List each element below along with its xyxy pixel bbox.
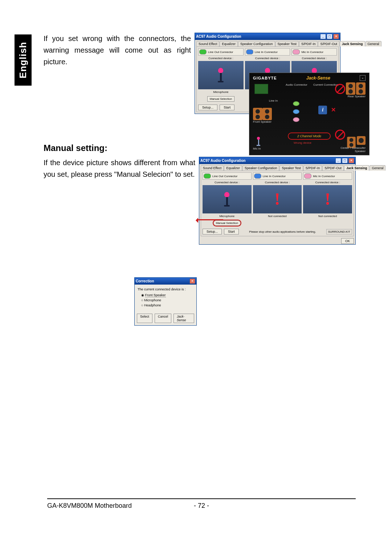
close-icon[interactable]: × xyxy=(348,158,354,163)
jack-sense-title: Jack-Sense xyxy=(306,76,330,81)
line-in-label: Line In Connector xyxy=(263,175,286,178)
tab-speaker-config[interactable]: Speaker Configuration xyxy=(238,41,275,46)
ac97-window-2: AC97 Audio Configuration _ □ × Sound Eff… xyxy=(199,157,356,245)
window-title: AC97 Audio Configuration xyxy=(200,159,246,163)
jack-green-icon xyxy=(199,49,207,54)
jack-pink-icon xyxy=(304,174,311,179)
info-icon[interactable]: i xyxy=(318,106,327,114)
pcb-icon xyxy=(254,84,268,94)
tabs: Sound Effect Equalizer Speaker Configura… xyxy=(195,40,340,46)
tab-speaker-config[interactable]: Speaker Configuration xyxy=(242,165,279,171)
surround-kit-badge: SURROUND-KIT xyxy=(326,229,352,234)
tab-speaker-test[interactable]: Speaker Test xyxy=(279,165,303,171)
connected-label: Connected device : xyxy=(253,181,302,184)
tab-spdif-in[interactable]: S/PDIF-In xyxy=(303,165,322,171)
jack-sense-button[interactable]: Jack-Sense xyxy=(173,314,194,323)
dialog-titlebar: Correction × xyxy=(135,278,196,285)
radio-headphone[interactable]: ○ Headphone xyxy=(141,303,193,307)
jack-pink-icon xyxy=(293,117,299,122)
speaker-icon xyxy=(262,108,272,120)
maximize-icon[interactable]: □ xyxy=(342,158,348,163)
language-tab: English xyxy=(15,34,32,86)
line-in-label: Line In xyxy=(269,99,278,102)
close-icon[interactable]: × xyxy=(333,34,339,39)
gigabyte-logo: GIGABYTE xyxy=(253,76,277,80)
section-wrong-connector: If you set wrong with the connectors, th… xyxy=(44,33,356,114)
correction-dialog: Correction × The current connected devic… xyxy=(134,277,197,326)
warning-icon: ! xyxy=(274,191,280,208)
start-button[interactable]: Start xyxy=(224,229,239,234)
audio-connector-label: Audio Connector xyxy=(286,83,307,86)
arrow-icon xyxy=(198,219,223,220)
device-name: Not connected xyxy=(253,215,302,218)
close-icon[interactable]: × xyxy=(360,75,366,81)
dialog-prompt: The current connected device is : xyxy=(138,287,193,291)
body-text-2: If the device picture shows different fr… xyxy=(44,157,195,180)
jack-green-icon xyxy=(204,174,211,179)
mic-in-label: Mic In Connector xyxy=(301,50,323,54)
device-name: Microphone xyxy=(203,215,252,218)
setup-button[interactable]: Setup... xyxy=(198,105,217,110)
tab-equalizer[interactable]: Equalizer xyxy=(224,165,242,171)
page-footer: GA-K8VM800M Motherboard - 72 - xyxy=(47,498,356,510)
tabs: Sound Effect Equalizer Speaker Configura… xyxy=(199,164,355,171)
start-button[interactable]: Start xyxy=(220,105,234,110)
jack-blue-icon xyxy=(246,49,253,54)
tab-sound-effect[interactable]: Sound Effect xyxy=(196,41,219,46)
line-in-label: Line In Connector xyxy=(255,50,278,54)
jack-pink-icon xyxy=(293,49,300,54)
speaker-icon xyxy=(346,82,355,95)
minimize-icon[interactable]: _ xyxy=(320,34,326,39)
speaker-icon xyxy=(356,82,366,95)
radio-microphone[interactable]: ○ Microphone xyxy=(141,298,193,302)
tab-general[interactable]: General xyxy=(369,165,385,171)
tab-spdif-in[interactable]: S/PDIF-In xyxy=(299,41,318,46)
current-connection-label: Current Connection xyxy=(313,83,338,86)
mic-in-label: Mic In Connector xyxy=(313,175,335,178)
manual-selection-button[interactable]: Manual Selection xyxy=(207,96,234,102)
manual-selection-button[interactable]: Manual Selection xyxy=(213,220,241,226)
window-titlebar: AC97 Audio Configuration _ □ × xyxy=(195,33,340,40)
window-title: AC97 Audio Configuration xyxy=(196,34,241,38)
tab-jack-sensing[interactable]: Jack Sensing xyxy=(340,41,365,46)
connected-label: Connected device : xyxy=(291,57,337,60)
prohibit-icon xyxy=(335,130,345,140)
jack-green-icon xyxy=(293,101,299,106)
center-sub-label: Center / Subwoofer Speaker xyxy=(336,146,366,153)
ok-button[interactable]: OK xyxy=(341,238,354,244)
select-button[interactable]: Select xyxy=(137,314,152,323)
maximize-icon[interactable]: □ xyxy=(327,34,332,39)
tab-spdif-out[interactable]: S/PDIF-Out xyxy=(322,165,344,171)
tab-spdif-out[interactable]: S/PDIF-Out xyxy=(318,41,339,46)
setup-button[interactable]: Setup... xyxy=(203,229,222,234)
warning-icon: ! xyxy=(325,191,330,208)
tab-sound-effect[interactable]: Sound Effect xyxy=(201,165,224,171)
tab-equalizer[interactable]: Equalizer xyxy=(220,41,238,46)
speaker-icon xyxy=(253,108,262,120)
jack-sense-panel: GIGABYTE Jack-Sense × Audio Connector Cu… xyxy=(249,73,369,155)
channel-mode-badge: 2 Channel Mode xyxy=(288,132,331,140)
tab-general[interactable]: General xyxy=(366,41,381,46)
dialog-title: Correction xyxy=(136,279,154,283)
device-name: Not connected xyxy=(303,215,352,218)
tab-speaker-test[interactable]: Speaker Test xyxy=(275,41,299,46)
line-out-label: Line Out Connector xyxy=(212,175,237,178)
tab-jack-sensing[interactable]: Jack Sensing xyxy=(344,165,369,171)
connected-label: Connected device : xyxy=(203,181,252,184)
x-icon: ✕ xyxy=(330,106,336,113)
line-out-label: Line Out Connector xyxy=(208,50,233,54)
connected-label: Connected device : xyxy=(245,57,290,60)
microphone-icon xyxy=(219,68,222,82)
note-text: Please stop other audio applications bef… xyxy=(241,230,324,233)
body-text-1: If you set wrong with the connectors, th… xyxy=(44,33,191,114)
rear-speaker-label: Rear Speaker xyxy=(344,95,366,98)
jack-blue-icon xyxy=(293,109,299,114)
page-number: - 72 - xyxy=(194,502,209,510)
minimize-icon[interactable]: _ xyxy=(335,158,341,163)
microphone-icon xyxy=(257,137,260,146)
microphone-icon xyxy=(225,192,229,207)
prohibit-icon xyxy=(335,84,345,94)
radio-front-speaker[interactable]: ◉ Front Speaker xyxy=(141,293,193,297)
cancel-button[interactable]: Cancel xyxy=(155,314,171,323)
close-icon[interactable]: × xyxy=(189,278,195,284)
